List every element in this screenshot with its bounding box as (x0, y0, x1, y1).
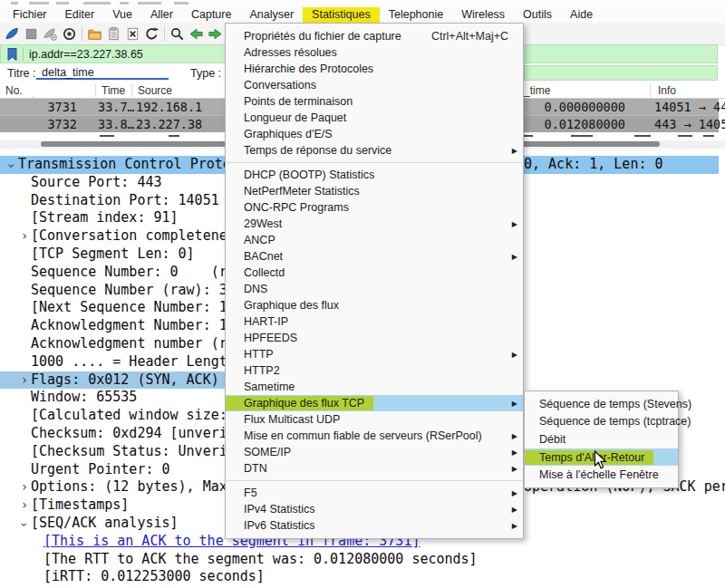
column-header-info[interactable]: Info (658, 84, 676, 97)
stats-menu-item-dtn[interactable]: DTN▶ (226, 460, 523, 477)
stats-menu-item-29west[interactable]: 29West▶ (226, 216, 523, 232)
stats-menu-item-bacnet[interactable]: BACnet▶ (226, 248, 523, 265)
stats-menu-item-ancp[interactable]: ANCP (226, 232, 523, 248)
submenu-arrow-icon: ▶ (512, 506, 517, 514)
submenu-arrow-icon: ▶ (512, 351, 517, 359)
column-header-time[interactable]: Time (102, 84, 125, 97)
packet-cell-time: 33.8… (98, 117, 134, 131)
stats-menu-item-http2[interactable]: HTTP2 (226, 362, 523, 379)
stats-menu-item-dhcp-bootp-statistics[interactable]: DHCP (BOOTP) Statistics (226, 167, 523, 183)
stats-menu-item-graphique-des-flux-tcp[interactable]: Graphique des flux TCP▶ (226, 395, 523, 411)
packet-cell-no: 3732 (0, 117, 77, 131)
menu-capture[interactable]: Capture (182, 7, 240, 23)
column-title-input[interactable]: delta_time (36, 64, 169, 80)
tree-expanded-icon[interactable]: › (14, 518, 33, 531)
stop-capture-button[interactable] (22, 24, 41, 43)
column-fields-input[interactable] (524, 65, 718, 81)
menu-aide[interactable]: Aide (561, 7, 602, 23)
tree-collapsed-icon[interactable]: › (18, 227, 31, 246)
stats-menu-item-netperfmeter-statistics[interactable]: NetPerfMeter Statistics (226, 183, 523, 199)
capture-options-button[interactable] (60, 24, 79, 43)
packet-cell-no: 3731 (0, 100, 77, 114)
stats-menu-item-ipv4-statistics[interactable]: IPv4 Statistics▶ (226, 501, 523, 517)
stats-menu-item-conversations[interactable]: Conversations (226, 77, 523, 93)
stats-menu-item-mise-en-commun-fiable-de-serveurs-rserpool-[interactable]: Mise en commun fiable de serveurs (RSerP… (226, 428, 523, 444)
stats-menu-item-collectd[interactable]: Collectd (226, 265, 523, 281)
stats-menu-item-onc-rpc-programs[interactable]: ONC-RPC Programs (226, 199, 523, 216)
menu-item-label: Débit (525, 433, 566, 446)
tcp-submenu-item-s-quence-de-temps-tcptrace-[interactable]: Séquence de temps (tcptrace) (525, 413, 678, 431)
tree-collapsed-icon[interactable]: › (18, 371, 31, 390)
detail-line-text: Acknowledgment Number: 1 (31, 317, 227, 333)
stats-menu-item-ipv6-statistics[interactable]: IPv6 Statistics▶ (226, 517, 523, 534)
column-header-source[interactable]: Source (138, 84, 172, 97)
stats-menu-item-sametime[interactable]: Sametime (226, 379, 523, 395)
menu-item-label: F5 (226, 487, 257, 499)
reload-icon (144, 26, 160, 42)
stats-menu-item-flux-multicast-udp[interactable]: Flux Multicast UDP (226, 411, 523, 428)
restart-capture-button[interactable] (41, 24, 60, 43)
stop-icon (24, 26, 39, 42)
stats-menu-item-points-de-terminaison[interactable]: Points de terminaison (226, 93, 523, 110)
stats-menu-item-http[interactable]: HTTP▶ (226, 346, 523, 362)
stats-menu-item-longueur-de-paquet[interactable]: Longueur de Paquet (226, 110, 523, 126)
arrow-left-icon (188, 26, 204, 42)
stats-menu-item-propri-t-s-du-fichier-de-capture[interactable]: Propriétés du fichier de captureCtrl+Alt… (226, 28, 523, 44)
stats-menu-item-f5[interactable]: F5▶ (226, 485, 523, 501)
detail-line-text: Source Port: 443 (31, 174, 162, 190)
detail-line-text: [SEQ/ACK analysis] (31, 515, 179, 531)
detail-line-text: Sequence Number: 0 (rel (31, 264, 244, 280)
menu-aller[interactable]: Aller (141, 7, 182, 23)
menu-telephonie[interactable]: Telephonie (380, 7, 452, 23)
stats-menu-item-hart-ip[interactable]: HART-IP (226, 313, 523, 330)
tcp-submenu-item-s-quence-de-temps-stevens-[interactable]: Séquence de temps (Stevens) (525, 395, 678, 413)
submenu-arrow-icon: ▶ (512, 432, 517, 440)
close-file-button[interactable] (123, 24, 142, 43)
filter-bookmark-icon[interactable] (5, 47, 19, 62)
stats-menu-item-hi-rarchie-des-protocoles[interactable]: Hiérarchie des Protocoles (226, 61, 523, 77)
menu-item-shortcut: Ctrl+Alt+Maj+C (431, 30, 508, 43)
stats-menu-item-graphiques-d-e-s[interactable]: Graphiques d'E/S (226, 126, 523, 142)
detail-line-text: [iRTT: 0.012253000 seconds] (44, 568, 265, 584)
close-x-icon (125, 26, 140, 42)
detail-line-text: Destination Port: 14051 (31, 192, 219, 208)
open-file-button[interactable] (85, 24, 104, 43)
display-filter-input[interactable]: ip.addr==23.227.38.65 (29, 48, 143, 61)
menu-bar: FichierEditerVueAllerCaptureAnalyserStat… (0, 7, 725, 23)
previous-packet-button[interactable] (187, 24, 206, 43)
tree-collapsed-icon[interactable]: › (18, 478, 31, 496)
stats-menu-item-some-ip[interactable]: SOME/IP▶ (226, 444, 523, 460)
stats-menu-item-temps-de-r-ponse-du-service[interactable]: Temps de réponse du service▶ (226, 142, 523, 159)
column-header-no-[interactable]: No. (5, 84, 23, 97)
menu-fichier[interactable]: Fichier (4, 7, 56, 23)
statistics-menu: Propriétés du fichier de captureCtrl+Alt… (225, 23, 524, 539)
detail-line-text: 1000 .... = Header Length (31, 353, 236, 370)
reload-file-button[interactable] (142, 24, 161, 43)
menu-outils[interactable]: Outils (514, 7, 561, 23)
stats-menu-item-graphique-des-flux[interactable]: Graphique des flux (226, 297, 523, 313)
detail-line-text: [Conversation completeness (31, 227, 244, 244)
detail-line[interactable]: [The RTT to ACK the segment was: 0.01208… (0, 551, 725, 569)
next-packet-button[interactable] (206, 24, 225, 43)
menu-vue[interactable]: Vue (103, 7, 141, 23)
tree-collapsed-icon[interactable]: › (18, 496, 31, 515)
tree-expanded-icon[interactable]: › (2, 159, 20, 172)
stats-menu-item-hpfeeds[interactable]: HPFEEDS (226, 330, 523, 346)
detail-line-text: Acknowledgment number (raw (31, 335, 244, 352)
detail-line[interactable]: [iRTT: 0.012253000 seconds] (0, 568, 725, 586)
menu-editer[interactable]: Editer (56, 7, 104, 23)
submenu-arrow-icon: ▶ (512, 489, 517, 497)
menu-analyser[interactable]: Analyser (240, 7, 303, 23)
find-packet-button[interactable] (168, 24, 187, 43)
menu-item-label: HTTP (226, 348, 274, 361)
stats-menu-item-adresses-r-solues[interactable]: Adresses résolues (226, 44, 523, 61)
stats-menu-item-dns[interactable]: DNS (226, 281, 523, 297)
tcp-stream-graphs-submenu: Séquence de temps (Stevens)Séquence de t… (524, 390, 679, 488)
start-capture-button[interactable] (3, 24, 22, 43)
menu-item-label: Propriétés du fichier de capture (226, 30, 401, 43)
save-file-button[interactable] (104, 24, 123, 43)
menu-item-label: Hiérarchie des Protocoles (226, 63, 373, 75)
menu-wireless[interactable]: Wireless (452, 7, 514, 23)
menu-statistiques[interactable]: Statistiques (303, 7, 380, 23)
tcp-submenu-item-d-bit[interactable]: Débit (525, 430, 678, 448)
